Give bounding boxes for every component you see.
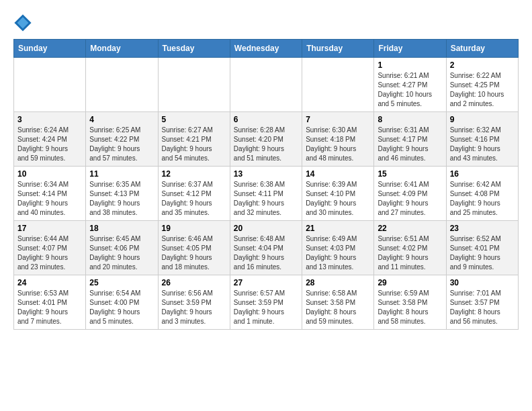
- day-info: Sunrise: 6:27 AM Sunset: 4:21 PM Dayligh…: [162, 126, 226, 163]
- day-info: Sunrise: 6:38 AM Sunset: 4:11 PM Dayligh…: [234, 180, 298, 218]
- calendar-cell: 18Sunrise: 6:45 AM Sunset: 4:06 PM Dayli…: [86, 221, 158, 275]
- calendar-cell: 28Sunrise: 6:58 AM Sunset: 3:58 PM Dayli…: [302, 275, 374, 330]
- calendar-cell: 3Sunrise: 6:24 AM Sunset: 4:24 PM Daylig…: [14, 112, 86, 167]
- calendar-cell: 29Sunrise: 6:59 AM Sunset: 3:58 PM Dayli…: [374, 275, 446, 330]
- day-info: Sunrise: 6:32 AM Sunset: 4:16 PM Dayligh…: [450, 126, 515, 163]
- calendar-week-4: 17Sunrise: 6:44 AM Sunset: 4:07 PM Dayli…: [14, 221, 519, 275]
- day-info: Sunrise: 6:25 AM Sunset: 4:22 PM Dayligh…: [89, 126, 154, 163]
- day-number: 24: [17, 278, 82, 287]
- calendar-cell: 5Sunrise: 6:27 AM Sunset: 4:21 PM Daylig…: [158, 112, 230, 167]
- calendar-cell: [302, 58, 374, 112]
- day-info: Sunrise: 6:22 AM Sunset: 4:25 PM Dayligh…: [450, 71, 515, 109]
- day-number: 15: [378, 169, 442, 179]
- weekday-header-sunday: Sunday: [14, 40, 86, 58]
- day-info: Sunrise: 6:46 AM Sunset: 4:05 PM Dayligh…: [162, 234, 226, 272]
- day-number: 28: [306, 278, 370, 287]
- day-info: Sunrise: 6:30 AM Sunset: 4:18 PM Dayligh…: [306, 126, 370, 163]
- calendar-cell: 24Sunrise: 6:53 AM Sunset: 4:01 PM Dayli…: [14, 275, 86, 330]
- calendar-cell: 20Sunrise: 6:48 AM Sunset: 4:04 PM Dayli…: [230, 221, 302, 275]
- day-number: 26: [162, 278, 226, 287]
- day-number: 1: [378, 60, 442, 70]
- calendar-cell: 6Sunrise: 6:28 AM Sunset: 4:20 PM Daylig…: [230, 112, 302, 167]
- day-number: 29: [378, 278, 442, 287]
- day-number: 19: [162, 224, 226, 233]
- calendar-table: SundayMondayTuesdayWednesdayThursdayFrid…: [13, 39, 519, 330]
- calendar-cell: [14, 58, 86, 112]
- day-number: 20: [234, 224, 298, 233]
- day-info: Sunrise: 6:48 AM Sunset: 4:04 PM Dayligh…: [234, 234, 298, 272]
- day-number: 13: [234, 169, 298, 179]
- day-info: Sunrise: 7:01 AM Sunset: 3:57 PM Dayligh…: [450, 289, 515, 326]
- day-info: Sunrise: 6:42 AM Sunset: 4:08 PM Dayligh…: [450, 180, 515, 218]
- day-number: 4: [89, 115, 154, 124]
- weekday-header-wednesday: Wednesday: [230, 40, 302, 58]
- day-number: 9: [450, 115, 515, 124]
- page-header: [13, 13, 519, 32]
- calendar-cell: 27Sunrise: 6:57 AM Sunset: 3:59 PM Dayli…: [230, 275, 302, 330]
- calendar-week-2: 3Sunrise: 6:24 AM Sunset: 4:24 PM Daylig…: [14, 112, 519, 167]
- calendar-cell: [230, 58, 302, 112]
- day-info: Sunrise: 6:21 AM Sunset: 4:27 PM Dayligh…: [378, 71, 442, 109]
- calendar-cell: [86, 58, 158, 112]
- day-number: 12: [162, 169, 226, 179]
- calendar-cell: 12Sunrise: 6:37 AM Sunset: 4:12 PM Dayli…: [158, 167, 230, 221]
- weekday-header-tuesday: Tuesday: [158, 40, 230, 58]
- day-info: Sunrise: 6:52 AM Sunset: 4:01 PM Dayligh…: [450, 234, 515, 272]
- day-number: 22: [378, 224, 442, 233]
- day-number: 14: [306, 169, 370, 179]
- calendar-cell: 17Sunrise: 6:44 AM Sunset: 4:07 PM Dayli…: [14, 221, 86, 275]
- calendar-cell: 23Sunrise: 6:52 AM Sunset: 4:01 PM Dayli…: [446, 221, 518, 275]
- day-info: Sunrise: 6:49 AM Sunset: 4:03 PM Dayligh…: [306, 234, 370, 272]
- calendar-cell: 30Sunrise: 7:01 AM Sunset: 3:57 PM Dayli…: [446, 275, 518, 330]
- calendar-cell: 21Sunrise: 6:49 AM Sunset: 4:03 PM Dayli…: [302, 221, 374, 275]
- calendar-week-3: 10Sunrise: 6:34 AM Sunset: 4:14 PM Dayli…: [14, 167, 519, 221]
- calendar-week-5: 24Sunrise: 6:53 AM Sunset: 4:01 PM Dayli…: [14, 275, 519, 330]
- day-number: 27: [234, 278, 298, 287]
- calendar-cell: 2Sunrise: 6:22 AM Sunset: 4:25 PM Daylig…: [446, 58, 518, 112]
- day-number: 30: [450, 278, 515, 287]
- day-info: Sunrise: 6:51 AM Sunset: 4:02 PM Dayligh…: [378, 234, 442, 272]
- calendar-cell: 13Sunrise: 6:38 AM Sunset: 4:11 PM Dayli…: [230, 167, 302, 221]
- day-info: Sunrise: 6:34 AM Sunset: 4:14 PM Dayligh…: [17, 180, 82, 218]
- logo-icon: [13, 13, 32, 32]
- weekday-header-friday: Friday: [374, 40, 446, 58]
- day-number: 3: [17, 115, 82, 124]
- day-info: Sunrise: 6:54 AM Sunset: 4:00 PM Dayligh…: [89, 289, 154, 326]
- day-info: Sunrise: 6:41 AM Sunset: 4:09 PM Dayligh…: [378, 180, 442, 218]
- logo: [13, 13, 35, 32]
- day-number: 11: [89, 169, 154, 179]
- day-info: Sunrise: 6:31 AM Sunset: 4:17 PM Dayligh…: [378, 126, 442, 163]
- day-number: 16: [450, 169, 515, 179]
- day-number: 23: [450, 224, 515, 233]
- day-info: Sunrise: 6:45 AM Sunset: 4:06 PM Dayligh…: [89, 234, 154, 272]
- calendar-cell: 15Sunrise: 6:41 AM Sunset: 4:09 PM Dayli…: [374, 167, 446, 221]
- day-info: Sunrise: 6:57 AM Sunset: 3:59 PM Dayligh…: [234, 289, 298, 326]
- calendar-cell: 11Sunrise: 6:35 AM Sunset: 4:13 PM Dayli…: [86, 167, 158, 221]
- day-number: 6: [234, 115, 298, 124]
- day-number: 2: [450, 60, 515, 70]
- day-info: Sunrise: 6:35 AM Sunset: 4:13 PM Dayligh…: [89, 180, 154, 218]
- day-number: 21: [306, 224, 370, 233]
- day-number: 25: [89, 278, 154, 287]
- day-number: 10: [17, 169, 82, 179]
- day-number: 7: [306, 115, 370, 124]
- calendar-cell: 8Sunrise: 6:31 AM Sunset: 4:17 PM Daylig…: [374, 112, 446, 167]
- calendar-cell: 4Sunrise: 6:25 AM Sunset: 4:22 PM Daylig…: [86, 112, 158, 167]
- day-info: Sunrise: 6:24 AM Sunset: 4:24 PM Dayligh…: [17, 126, 82, 163]
- calendar-cell: 9Sunrise: 6:32 AM Sunset: 4:16 PM Daylig…: [446, 112, 518, 167]
- day-number: 18: [89, 224, 154, 233]
- day-number: 5: [162, 115, 226, 124]
- day-info: Sunrise: 6:44 AM Sunset: 4:07 PM Dayligh…: [17, 234, 82, 272]
- day-info: Sunrise: 6:56 AM Sunset: 3:59 PM Dayligh…: [162, 289, 226, 326]
- day-number: 17: [17, 224, 82, 233]
- calendar-cell: 14Sunrise: 6:39 AM Sunset: 4:10 PM Dayli…: [302, 167, 374, 221]
- day-info: Sunrise: 6:59 AM Sunset: 3:58 PM Dayligh…: [378, 289, 442, 326]
- weekday-header-row: SundayMondayTuesdayWednesdayThursdayFrid…: [14, 40, 519, 58]
- calendar-cell: 1Sunrise: 6:21 AM Sunset: 4:27 PM Daylig…: [374, 58, 446, 112]
- day-info: Sunrise: 6:37 AM Sunset: 4:12 PM Dayligh…: [162, 180, 226, 218]
- calendar-cell: [158, 58, 230, 112]
- day-info: Sunrise: 6:53 AM Sunset: 4:01 PM Dayligh…: [17, 289, 82, 326]
- weekday-header-thursday: Thursday: [302, 40, 374, 58]
- calendar-cell: 10Sunrise: 6:34 AM Sunset: 4:14 PM Dayli…: [14, 167, 86, 221]
- day-number: 8: [378, 115, 442, 124]
